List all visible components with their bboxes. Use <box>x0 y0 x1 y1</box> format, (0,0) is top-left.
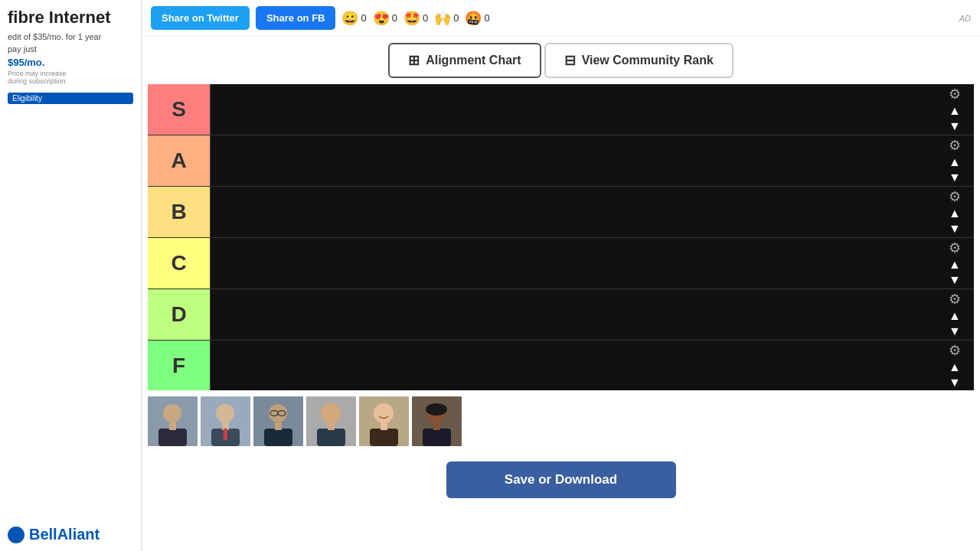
svg-rect-26 <box>433 422 440 430</box>
svg-point-1 <box>163 404 181 422</box>
svg-point-27 <box>426 403 447 416</box>
tier-controls-f: ⚙ ▲ ▼ <box>936 341 974 390</box>
tier-a-gear-icon[interactable]: ⚙ <box>949 137 961 154</box>
tier-b-gear-icon[interactable]: ⚙ <box>949 188 961 205</box>
tier-a-down-button[interactable]: ▼ <box>946 171 964 184</box>
share-twitter-button[interactable]: Share on Twitter <box>151 6 250 30</box>
unranked-section <box>142 390 980 452</box>
ad-note: Price may increaseduring subscription <box>8 70 133 85</box>
tier-chart: S ⚙ ▲ ▼ A ⚙ ▲ ▼ B ⚙ ▲ ▼ <box>148 84 974 390</box>
tier-d-gear-icon[interactable]: ⚙ <box>949 291 961 308</box>
tier-row-c: C ⚙ ▲ ▼ <box>148 238 974 289</box>
reaction-heart-eyes[interactable]: 😍 0 <box>373 10 397 27</box>
tab-community-rank[interactable]: ⊟ View Community Rank <box>544 43 733 78</box>
main-content: Share on Twitter Share on FB 😀 0 😍 0 🤩 0… <box>142 0 980 551</box>
person-6-thumb[interactable] <box>412 396 462 446</box>
save-download-button[interactable]: Save or Download <box>446 461 676 498</box>
tier-row-d: D ⚙ ▲ ▼ <box>148 289 974 341</box>
tier-content-a[interactable] <box>211 135 936 186</box>
reaction-angry[interactable]: 🤬 0 <box>465 10 489 27</box>
person-6-image <box>412 396 462 446</box>
ad-subtitle: edit of $35/mo. for 1 year <box>8 32 133 41</box>
person-4-image <box>306 396 356 446</box>
tier-row-b: B ⚙ ▲ ▼ <box>148 187 974 238</box>
tier-controls-a: ⚙ ▲ ▼ <box>936 135 974 186</box>
alignment-chart-icon: ⊞ <box>408 52 420 69</box>
tier-b-down-button[interactable]: ▼ <box>946 222 964 236</box>
svg-point-20 <box>374 403 394 423</box>
person-1-image <box>148 396 198 446</box>
share-facebook-button[interactable]: Share on FB <box>256 6 336 30</box>
tier-f-down-button[interactable]: ▼ <box>946 376 964 390</box>
save-section: Save or Download <box>142 452 980 507</box>
star-struck-emoji: 🤩 <box>403 10 420 27</box>
reaction-grinning[interactable]: 😀 0 <box>341 10 366 27</box>
svg-rect-18 <box>328 422 335 430</box>
alignment-chart-label: Alignment Chart <box>426 54 521 67</box>
person-4-thumb[interactable] <box>306 396 356 446</box>
tier-c-down-button[interactable]: ▼ <box>946 273 964 287</box>
tier-controls-s: ⚙ ▲ ▼ <box>936 84 974 135</box>
tier-f-gear-icon[interactable]: ⚙ <box>949 342 961 359</box>
svg-rect-22 <box>381 422 387 430</box>
tier-content-s[interactable] <box>211 84 936 135</box>
heart-eyes-count: 0 <box>392 12 397 24</box>
ad-panel: fibre Internet edit of $35/mo. for 1 yea… <box>0 0 142 551</box>
tier-d-down-button[interactable]: ▼ <box>946 324 964 338</box>
community-rank-icon: ⊟ <box>564 52 576 69</box>
tier-row-s: S ⚙ ▲ ▼ <box>148 84 974 135</box>
reaction-star-struck[interactable]: 🤩 0 <box>403 10 428 27</box>
ad-pay-just: pay just <box>8 44 133 54</box>
tier-label-b: B <box>148 187 211 237</box>
tier-label-f: F <box>148 341 211 390</box>
person-5-thumb[interactable] <box>359 396 409 446</box>
angry-count: 0 <box>484 12 489 24</box>
tier-controls-c: ⚙ ▲ ▼ <box>936 238 974 289</box>
community-rank-label: View Community Rank <box>582 54 714 67</box>
tier-s-up-button[interactable]: ▲ <box>946 104 964 118</box>
tier-f-up-button[interactable]: ▲ <box>946 360 964 374</box>
tier-row-a: A ⚙ ▲ ▼ <box>148 135 974 187</box>
tier-content-c[interactable] <box>211 238 936 289</box>
tier-b-up-button[interactable]: ▲ <box>946 207 964 220</box>
svg-point-5 <box>216 404 234 422</box>
svg-rect-25 <box>423 429 451 446</box>
svg-rect-21 <box>370 429 398 446</box>
person-1-thumb[interactable] <box>148 396 198 446</box>
person-2-thumb[interactable] <box>201 396 250 446</box>
raised-hands-count: 0 <box>453 12 459 24</box>
ad-badge[interactable]: Eligibility <box>8 93 133 104</box>
tier-controls-d: ⚙ ▲ ▼ <box>936 289 974 340</box>
tier-content-d[interactable] <box>211 289 936 340</box>
tier-s-down-button[interactable]: ▼ <box>946 119 964 133</box>
person-3-thumb[interactable] <box>253 396 303 446</box>
ad-label: AD <box>959 14 971 23</box>
raised-hands-emoji: 🙌 <box>434 10 451 27</box>
svg-rect-2 <box>158 429 187 446</box>
bell-aliant-logo: BellAliant <box>8 526 133 543</box>
tier-a-up-button[interactable]: ▲ <box>946 155 964 169</box>
tier-s-gear-icon[interactable]: ⚙ <box>949 86 961 103</box>
top-bar: Share on Twitter Share on FB 😀 0 😍 0 🤩 0… <box>142 0 980 37</box>
tier-controls-b: ⚙ ▲ ▼ <box>936 187 974 237</box>
tier-content-b[interactable] <box>211 187 936 237</box>
heart-eyes-emoji: 😍 <box>373 10 390 27</box>
ad-title: fibre Internet <box>8 8 133 28</box>
star-struck-count: 0 <box>423 12 428 24</box>
tab-alignment-chart[interactable]: ⊞ Alignment Chart <box>388 43 541 78</box>
svg-rect-8 <box>224 429 227 440</box>
tier-c-up-button[interactable]: ▲ <box>946 258 964 272</box>
tier-label-s: S <box>148 84 211 135</box>
person-3-image <box>253 396 303 446</box>
bell-aliant-text: BellAliant <box>29 526 100 543</box>
tier-c-gear-icon[interactable]: ⚙ <box>949 240 961 256</box>
grinning-count: 0 <box>361 12 366 24</box>
svg-rect-17 <box>317 429 345 446</box>
reaction-raised-hands[interactable]: 🙌 0 <box>434 10 459 27</box>
svg-rect-12 <box>275 422 282 430</box>
tier-label-a: A <box>148 135 211 186</box>
tier-content-f[interactable] <box>211 341 936 390</box>
tier-label-c: C <box>148 238 211 289</box>
tier-d-up-button[interactable]: ▲ <box>946 309 964 323</box>
grinning-emoji: 😀 <box>341 10 358 27</box>
